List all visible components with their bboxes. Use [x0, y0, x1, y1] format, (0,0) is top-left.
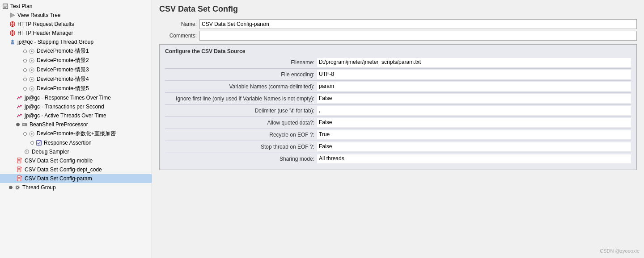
tree-item-device-promote-main[interactable]: DevicePromote-参数化+直接加密: [0, 129, 152, 138]
connector-dot: [9, 186, 13, 189]
svg-point-16: [31, 69, 33, 71]
tree-item-active-threads[interactable]: jp@gc - Active Threads Over Time: [0, 111, 152, 120]
connector-dot: [30, 141, 34, 145]
tree-item-http-header-manager[interactable]: HTTP Header Manager: [0, 29, 152, 37]
sampler-icon: [28, 48, 35, 55]
tree-item-test-plan[interactable]: Test Plan: [0, 2, 152, 11]
tree-item-transactions-per-second[interactable]: jp@gc - Transactions per Second: [0, 102, 152, 111]
tree-item-csv-mobile[interactable]: CSV Data Set Config-mobile: [0, 156, 152, 165]
svg-rect-40: [17, 176, 21, 181]
tree-item-label: CSV Data Set Config-mobile: [25, 158, 93, 164]
tree-item-label: Thread Group: [22, 184, 56, 191]
csv-label-7: Stop thread on EOF ?:: [165, 144, 317, 150]
svg-point-29: [26, 152, 27, 153]
svg-point-12: [31, 50, 33, 52]
comments-input[interactable]: [199, 31, 637, 41]
csv-value-6: True: [317, 130, 631, 139]
results-icon: [9, 12, 16, 19]
csv-label-1: File encoding:: [165, 71, 317, 78]
connector-dot: [16, 123, 20, 126]
svg-point-14: [31, 60, 33, 62]
svg-marker-4: [10, 13, 15, 18]
svg-rect-10: [11, 42, 14, 44]
tree-item-device-promote-2[interactable]: DevicePromote-情景2: [0, 56, 152, 65]
csv-fields: Filename:D:/program/jmeter/jmeter_script…: [165, 58, 631, 165]
tree-item-label: HTTP Header Manager: [17, 30, 73, 36]
csv-icon: [16, 175, 23, 182]
csv-label-6: Recycle on EOF ?:: [165, 132, 317, 138]
tree-item-label: DevicePromote-情景4: [37, 75, 89, 83]
tree-item-device-promote-3[interactable]: DevicePromote-情景3: [0, 65, 152, 75]
csv-row-1: File encoding:UTF-8: [165, 70, 631, 81]
tree-item-device-promote-1[interactable]: DevicePromote-情景1: [0, 46, 152, 56]
tree-item-label: DevicePromote-情景2: [37, 57, 89, 64]
tree-item-response-assertion[interactable]: Response Assertion: [0, 138, 152, 147]
csv-row-3: Ignore first line (only used if Variable…: [165, 94, 631, 105]
tree-item-device-promote-4[interactable]: DevicePromote-情景4: [0, 75, 152, 84]
panel-title: CSV Data Set Config: [159, 4, 637, 14]
name-label: Name:: [159, 21, 199, 27]
tree-item-csv-param[interactable]: CSV Data Set Config-param: [0, 174, 152, 183]
tree-item-stepping-thread-group[interactable]: jp@qc - Stepping Thread Group: [0, 37, 152, 46]
name-input[interactable]: [199, 19, 637, 29]
connector-dot: [23, 132, 27, 136]
csv-value-4: ,: [317, 106, 631, 115]
tree-item-http-request-defaults[interactable]: HTTP Request Defaults: [0, 20, 152, 29]
csv-label-2: Variable Names (comma-delimited):: [165, 83, 317, 90]
csv-label-3: Ignore first line (only used if Variable…: [165, 96, 317, 102]
csv-value-1: UTF-8: [317, 70, 631, 79]
tree-item-view-results-tree[interactable]: View Results Tree: [0, 11, 152, 20]
connector-dot: [23, 78, 27, 81]
csv-value-5: False: [317, 118, 631, 127]
tree-item-beanshell-preprocessor[interactable]: BeanShell PreProcessor: [0, 120, 152, 129]
gear-icon: [14, 184, 21, 191]
sampler-icon: [28, 130, 35, 137]
csv-row-4: Delimiter (use '\t' for tab):,: [165, 106, 631, 117]
tree-item-debug-sampler[interactable]: Debug Sampler: [0, 147, 152, 156]
debug-icon: [23, 148, 30, 155]
svg-point-25: [31, 133, 33, 135]
csv-icon: [16, 166, 23, 173]
svg-point-45: [16, 186, 18, 188]
tree-item-label: DevicePromote-情景1: [37, 47, 89, 55]
right-panel: CSV Data Set Config Name: Comments: Conf…: [152, 0, 644, 258]
csv-label-5: Allow quoted data?:: [165, 120, 317, 126]
graph-icon: [16, 94, 23, 101]
tree-item-label: Response Assertion: [44, 140, 92, 146]
csv-row-2: Variable Names (comma-delimited):param: [165, 82, 631, 93]
csv-row-6: Recycle on EOF ?:True: [165, 130, 631, 141]
svg-point-18: [31, 79, 33, 80]
comments-label: Comments:: [159, 33, 199, 39]
tree-item-thread-group[interactable]: Thread Group: [0, 183, 152, 192]
tree-item-label: Debug Sampler: [32, 149, 69, 155]
svg-rect-21: [22, 123, 27, 126]
tree-item-csv-dept-code[interactable]: CSV Data Set Config-dept_code: [0, 165, 152, 174]
tree-item-label: HTTP Request Defaults: [17, 21, 74, 27]
csv-row-0: Filename:D:/program/jmeter/jmeter_script…: [165, 58, 631, 69]
tree-item-label: DevicePromote-情景5: [37, 85, 89, 92]
csv-label-0: Filename:: [165, 59, 317, 66]
tree-item-device-promote-5[interactable]: DevicePromote-情景5: [0, 84, 152, 93]
csv-value-0: D:/program/jmeter/jmeter_scripts/param.t…: [317, 58, 631, 67]
connector-dot: [23, 87, 27, 91]
watermark: CSDN @zyoooxie: [600, 248, 640, 254]
csv-section-title: Configure the CSV Data Source: [165, 48, 631, 54]
sampler-icon: [28, 57, 35, 64]
csv-row-7: Stop thread on EOF ?:False: [165, 142, 631, 153]
csv-value-2: param: [317, 82, 631, 91]
sampler-icon: [28, 85, 35, 92]
graph-icon: [16, 103, 23, 110]
csv-value-8: All threads: [317, 154, 631, 163]
tree-item-response-times[interactable]: jp@gc - Response Times Over Time: [0, 93, 152, 102]
svg-marker-34: [21, 158, 22, 159]
beanshell-icon: [21, 121, 28, 128]
http-icon: [9, 21, 16, 28]
tree-item-label: DevicePromote-情景3: [37, 66, 89, 74]
graph-icon: [16, 112, 23, 119]
thread-icon: [9, 38, 16, 46]
csv-section: Configure the CSV Data Source Filename:D…: [159, 44, 637, 170]
svg-rect-30: [17, 158, 21, 163]
csv-value-3: False: [317, 94, 631, 103]
sampler-icon: [28, 67, 35, 74]
tree-item-label: BeanShell PreProcessor: [30, 121, 88, 128]
